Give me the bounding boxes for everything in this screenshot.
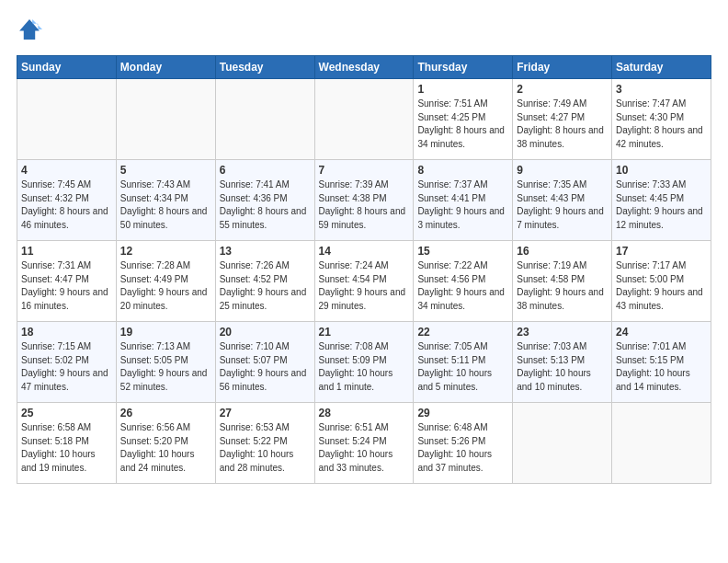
day-number: 12	[120, 245, 211, 258]
day-number: 17	[616, 245, 707, 258]
day-number: 14	[319, 245, 410, 258]
day-number: 26	[120, 407, 211, 419]
day-number: 3	[616, 83, 707, 96]
calendar-table: SundayMondayTuesdayWednesdayThursdayFrid…	[17, 55, 711, 484]
day-info: Sunrise: 7:41 AMSunset: 4:36 PMDaylight:…	[220, 178, 311, 232]
calendar-cell: 2Sunrise: 7:49 AMSunset: 4:27 PMDaylight…	[513, 79, 612, 160]
calendar-cell: 7Sunrise: 7:39 AMSunset: 4:38 PMDaylight…	[314, 160, 414, 241]
calendar-week-row: 25Sunrise: 6:58 AMSunset: 5:18 PMDayligh…	[17, 403, 711, 484]
calendar-cell: 19Sunrise: 7:13 AMSunset: 5:05 PMDayligh…	[116, 322, 215, 403]
day-number: 25	[21, 407, 112, 419]
day-info: Sunrise: 7:31 AMSunset: 4:47 PMDaylight:…	[21, 259, 112, 313]
day-info: Sunrise: 7:33 AMSunset: 4:45 PMDaylight:…	[616, 178, 707, 232]
calendar-cell: 4Sunrise: 7:45 AMSunset: 4:32 PMDaylight…	[17, 160, 117, 241]
day-info: Sunrise: 6:56 AMSunset: 5:20 PMDaylight:…	[120, 421, 211, 475]
calendar-cell: 27Sunrise: 6:53 AMSunset: 5:22 PMDayligh…	[215, 403, 314, 484]
calendar-cell: 1Sunrise: 7:51 AMSunset: 4:25 PMDaylight…	[414, 79, 513, 160]
calendar-cell	[513, 403, 612, 484]
logo-icon	[17, 17, 42, 42]
day-info: Sunrise: 7:05 AMSunset: 5:11 PMDaylight:…	[417, 340, 508, 394]
day-info: Sunrise: 7:51 AMSunset: 4:25 PMDaylight:…	[417, 98, 508, 151]
day-number: 1	[417, 83, 508, 96]
day-info: Sunrise: 7:26 AMSunset: 4:52 PMDaylight:…	[220, 259, 311, 313]
weekday-header: Sunday	[17, 56, 117, 79]
calendar-cell: 11Sunrise: 7:31 AMSunset: 4:47 PMDayligh…	[17, 241, 117, 322]
calendar-cell: 12Sunrise: 7:28 AMSunset: 4:49 PMDayligh…	[116, 241, 215, 322]
calendar-cell: 26Sunrise: 6:56 AMSunset: 5:20 PMDayligh…	[116, 403, 215, 484]
calendar-cell: 18Sunrise: 7:15 AMSunset: 5:02 PMDayligh…	[17, 322, 117, 403]
day-info: Sunrise: 7:49 AMSunset: 4:27 PMDaylight:…	[517, 98, 608, 151]
calendar-week-row: 4Sunrise: 7:45 AMSunset: 4:32 PMDaylight…	[17, 160, 711, 241]
day-info: Sunrise: 7:47 AMSunset: 4:30 PMDaylight:…	[616, 98, 707, 151]
calendar-cell	[17, 79, 117, 160]
day-number: 22	[417, 326, 508, 339]
calendar-cell: 22Sunrise: 7:05 AMSunset: 5:11 PMDayligh…	[414, 322, 513, 403]
calendar-page: SundayMondayTuesdayWednesdayThursdayFrid…	[0, 0, 728, 495]
calendar-cell: 28Sunrise: 6:51 AMSunset: 5:24 PMDayligh…	[314, 403, 414, 484]
calendar-cell: 14Sunrise: 7:24 AMSunset: 4:54 PMDayligh…	[314, 241, 414, 322]
calendar-cell: 16Sunrise: 7:19 AMSunset: 4:58 PMDayligh…	[513, 241, 612, 322]
svg-marker-0	[19, 19, 40, 40]
day-info: Sunrise: 7:22 AMSunset: 4:56 PMDaylight:…	[417, 259, 508, 313]
calendar-cell: 29Sunrise: 6:48 AMSunset: 5:26 PMDayligh…	[414, 403, 513, 484]
day-number: 19	[120, 326, 211, 339]
day-number: 8	[417, 164, 508, 177]
calendar-cell: 25Sunrise: 6:58 AMSunset: 5:18 PMDayligh…	[17, 403, 117, 484]
calendar-header: SundayMondayTuesdayWednesdayThursdayFrid…	[17, 56, 711, 79]
day-info: Sunrise: 7:28 AMSunset: 4:49 PMDaylight:…	[120, 259, 211, 313]
day-info: Sunrise: 7:19 AMSunset: 4:58 PMDaylight:…	[517, 259, 608, 313]
calendar-cell	[314, 79, 414, 160]
calendar-cell: 20Sunrise: 7:10 AMSunset: 5:07 PMDayligh…	[215, 322, 314, 403]
day-number: 16	[517, 245, 608, 258]
calendar-cell: 23Sunrise: 7:03 AMSunset: 5:13 PMDayligh…	[513, 322, 612, 403]
day-info: Sunrise: 6:53 AMSunset: 5:22 PMDaylight:…	[220, 421, 311, 475]
calendar-week-row: 18Sunrise: 7:15 AMSunset: 5:02 PMDayligh…	[17, 322, 711, 403]
day-number: 15	[417, 245, 508, 258]
calendar-cell: 17Sunrise: 7:17 AMSunset: 5:00 PMDayligh…	[612, 241, 711, 322]
calendar-cell	[116, 79, 215, 160]
calendar-week-row: 11Sunrise: 7:31 AMSunset: 4:47 PMDayligh…	[17, 241, 711, 322]
weekday-header: Thursday	[414, 56, 513, 79]
day-number: 13	[220, 245, 311, 258]
day-info: Sunrise: 6:48 AMSunset: 5:26 PMDaylight:…	[417, 421, 508, 475]
calendar-cell: 15Sunrise: 7:22 AMSunset: 4:56 PMDayligh…	[414, 241, 513, 322]
day-info: Sunrise: 6:58 AMSunset: 5:18 PMDaylight:…	[21, 421, 112, 475]
calendar-cell: 5Sunrise: 7:43 AMSunset: 4:34 PMDaylight…	[116, 160, 215, 241]
day-number: 4	[21, 164, 112, 177]
day-number: 20	[220, 326, 311, 339]
day-info: Sunrise: 7:08 AMSunset: 5:09 PMDaylight:…	[319, 340, 410, 394]
day-number: 10	[616, 164, 707, 177]
weekday-header: Tuesday	[215, 56, 314, 79]
calendar-cell: 8Sunrise: 7:37 AMSunset: 4:41 PMDaylight…	[414, 160, 513, 241]
day-number: 24	[616, 326, 707, 339]
weekday-header: Saturday	[612, 56, 711, 79]
calendar-cell: 21Sunrise: 7:08 AMSunset: 5:09 PMDayligh…	[314, 322, 414, 403]
day-info: Sunrise: 7:13 AMSunset: 5:05 PMDaylight:…	[120, 340, 211, 394]
day-info: Sunrise: 7:01 AMSunset: 5:15 PMDaylight:…	[616, 340, 707, 394]
calendar-cell: 3Sunrise: 7:47 AMSunset: 4:30 PMDaylight…	[612, 79, 711, 160]
calendar-cell: 9Sunrise: 7:35 AMSunset: 4:43 PMDaylight…	[513, 160, 612, 241]
day-info: Sunrise: 7:03 AMSunset: 5:13 PMDaylight:…	[517, 340, 608, 394]
calendar-body: 1Sunrise: 7:51 AMSunset: 4:25 PMDaylight…	[17, 79, 711, 484]
page-header	[17, 17, 711, 42]
day-number: 7	[319, 164, 410, 177]
day-info: Sunrise: 7:15 AMSunset: 5:02 PMDaylight:…	[21, 340, 112, 394]
day-info: Sunrise: 7:24 AMSunset: 4:54 PMDaylight:…	[319, 259, 410, 313]
day-info: Sunrise: 7:39 AMSunset: 4:38 PMDaylight:…	[319, 178, 410, 232]
day-info: Sunrise: 7:37 AMSunset: 4:41 PMDaylight:…	[417, 178, 508, 232]
weekday-header: Monday	[116, 56, 215, 79]
weekday-header: Wednesday	[314, 56, 414, 79]
day-info: Sunrise: 7:10 AMSunset: 5:07 PMDaylight:…	[220, 340, 311, 394]
day-number: 2	[517, 83, 608, 96]
day-info: Sunrise: 7:43 AMSunset: 4:34 PMDaylight:…	[120, 178, 211, 232]
day-number: 23	[517, 326, 608, 339]
day-number: 21	[319, 326, 410, 339]
day-info: Sunrise: 7:45 AMSunset: 4:32 PMDaylight:…	[21, 178, 112, 232]
calendar-cell: 10Sunrise: 7:33 AMSunset: 4:45 PMDayligh…	[612, 160, 711, 241]
day-info: Sunrise: 7:17 AMSunset: 5:00 PMDaylight:…	[616, 259, 707, 313]
day-number: 9	[517, 164, 608, 177]
calendar-cell	[215, 79, 314, 160]
day-info: Sunrise: 6:51 AMSunset: 5:24 PMDaylight:…	[319, 421, 410, 475]
day-info: Sunrise: 7:35 AMSunset: 4:43 PMDaylight:…	[517, 178, 608, 232]
weekday-row: SundayMondayTuesdayWednesdayThursdayFrid…	[17, 56, 711, 79]
